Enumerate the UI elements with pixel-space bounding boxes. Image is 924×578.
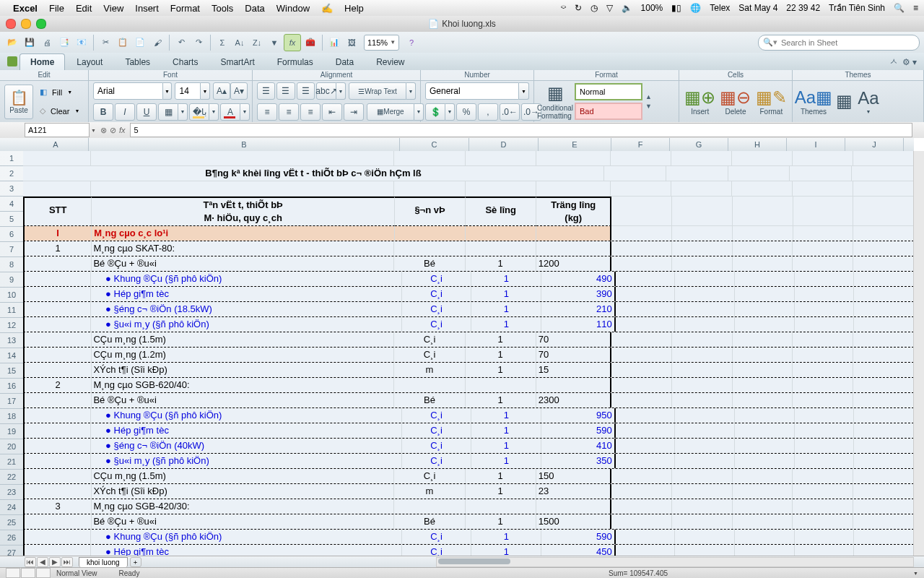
col-header-F[interactable]: F (611, 138, 670, 151)
volume-icon[interactable]: 🔈 (622, 3, 632, 13)
minimize-button[interactable] (21, 19, 31, 29)
comma-button[interactable]: , (478, 103, 498, 121)
theme-fonts-button[interactable]: Aa▼ (858, 89, 879, 115)
tab-review[interactable]: Review (365, 53, 415, 70)
font-name-select[interactable]: Arial (93, 82, 163, 100)
paste-icon[interactable]: 📄 (132, 35, 148, 51)
undo-icon[interactable]: ↶ (173, 35, 189, 51)
close-button[interactable] (6, 19, 16, 29)
input-icon[interactable]: 🌐 (690, 3, 701, 13)
row-header-8[interactable]: 8 (0, 257, 23, 272)
tab-charts[interactable]: Charts (162, 53, 209, 70)
wrap-text-button[interactable]: ☰ Wrap Text (349, 82, 406, 100)
conditional-formatting-button[interactable]: ▦Conditional Formatting (539, 84, 572, 120)
row-header-25[interactable]: 25 (0, 515, 23, 530)
row-header-22[interactable]: 22 (0, 470, 23, 485)
shrink-font-button[interactable]: A▾ (230, 82, 248, 100)
col-header-I[interactable]: I (787, 138, 845, 151)
column-headers[interactable]: ABCDEFGHIJ (23, 138, 914, 152)
menu-tools[interactable]: Tools (212, 3, 233, 14)
grow-font-button[interactable]: A▴ (213, 82, 230, 100)
row-header-15[interactable]: 15 (0, 363, 23, 379)
row-header-5[interactable]: 5 (0, 212, 23, 227)
menu-format[interactable]: Format (170, 3, 200, 14)
menu-edit[interactable]: Edit (76, 3, 92, 14)
help-icon[interactable]: ? (404, 35, 419, 51)
align-right-button[interactable]: ≡ (300, 103, 321, 121)
select-all-corner[interactable] (0, 138, 24, 152)
style-down-icon[interactable]: ▼ (645, 103, 652, 110)
align-bottom-button[interactable]: ☰ (297, 82, 315, 100)
fill-button[interactable]: ◧ Fill ▼ (36, 84, 83, 101)
row-header-16[interactable]: 16 (0, 379, 23, 394)
tab-formulas[interactable]: Formulas (266, 53, 324, 70)
filter-icon[interactable]: ▼ (266, 35, 282, 51)
row-header-3[interactable]: 3 (0, 181, 23, 197)
align-middle-button[interactable]: ☰ (276, 82, 295, 100)
formula-value[interactable]: 5 (130, 123, 913, 137)
row-header-4[interactable]: 4 (0, 197, 23, 212)
input-method[interactable]: Telex (710, 3, 730, 13)
menu-help[interactable]: Help (344, 3, 364, 14)
send-icon[interactable]: 📧 (74, 35, 90, 51)
row-header-2[interactable]: 2 (0, 166, 23, 181)
show-formulas-icon[interactable]: fx (284, 34, 301, 51)
font-size-drop[interactable]: ▼ (201, 82, 210, 100)
italic-button[interactable]: I (115, 103, 135, 121)
col-header-D[interactable]: D (469, 138, 539, 151)
horizontal-scrollbar[interactable] (436, 557, 914, 567)
zoom-selector[interactable]: 115%▼ (364, 35, 399, 51)
themes-button[interactable]: Aa▦Themes (797, 87, 830, 116)
menu-window[interactable]: Window (276, 3, 310, 14)
col-header-C[interactable]: C (400, 138, 469, 151)
row-header-14[interactable]: 14 (0, 348, 23, 363)
row-header-26[interactable]: 26 (0, 530, 23, 545)
tab-smartart[interactable]: SmartArt (209, 53, 265, 70)
wifi-icon[interactable]: ▽ (606, 3, 613, 13)
row-header-10[interactable]: 10 (0, 288, 23, 303)
col-header-B[interactable]: B (89, 138, 400, 151)
percent-button[interactable]: % (456, 103, 476, 121)
align-top-button[interactable]: ☰ (257, 82, 275, 100)
tab-layout[interactable]: Layout (66, 53, 113, 70)
app-menu[interactable]: Excel (13, 3, 38, 14)
copy-icon[interactable]: 📋 (115, 35, 131, 51)
cells-area[interactable]: B¶ng kª khèi l­îng vËt t­ - thiÕt bÞ c¬ … (23, 151, 914, 556)
print-icon[interactable]: 🖨 (39, 35, 55, 51)
home-icon[interactable] (7, 56, 17, 66)
fx-icon[interactable]: fx (119, 126, 126, 134)
spotlight-icon[interactable]: 🔍 (894, 3, 905, 13)
merge-button[interactable]: ▦ Merge (367, 103, 414, 121)
save-as-icon[interactable]: 📑 (56, 35, 72, 51)
number-format-select[interactable]: General (425, 82, 519, 100)
col-header-G[interactable]: G (670, 138, 728, 151)
row-header-6[interactable]: 6 (0, 227, 23, 242)
increase-indent-button[interactable]: ⇥ (344, 103, 364, 121)
battery-icon[interactable]: ▮▯ (671, 3, 681, 13)
col-header-J[interactable]: J (845, 138, 904, 151)
row-header-24[interactable]: 24 (0, 500, 23, 515)
clock-date[interactable]: Sat May 4 (738, 3, 777, 13)
increase-decimal-button[interactable]: .0← (500, 103, 520, 121)
row-header-9[interactable]: 9 (0, 272, 23, 288)
paste-button[interactable]: 📋Paste (4, 85, 33, 119)
font-color-drop[interactable]: ▼ (240, 103, 250, 121)
chart-icon[interactable]: 📊 (326, 35, 342, 51)
cancel-formula-icon[interactable]: ⊗ (100, 126, 107, 135)
row-header-7[interactable]: 7 (0, 242, 23, 257)
theme-colors-button[interactable]: ▦ (833, 92, 855, 112)
vertical-scrollbar[interactable] (913, 151, 924, 556)
autosum-icon[interactable]: Σ (214, 35, 230, 51)
border-drop[interactable]: ▼ (178, 103, 188, 121)
col-header-H[interactable]: H (728, 138, 787, 151)
align-center-button[interactable]: ≡ (279, 103, 299, 121)
user-name[interactable]: Trần Tiên Sinh (829, 3, 885, 13)
col-header-E[interactable]: E (539, 138, 611, 151)
row-header-19[interactable]: 19 (0, 424, 23, 439)
bold-button[interactable]: B (93, 103, 113, 121)
align-left-button[interactable]: ≡ (257, 103, 277, 121)
row-header-17[interactable]: 17 (0, 394, 23, 409)
row-headers[interactable]: 1234567891011121314151617181920212223242… (0, 151, 24, 556)
notification-icon[interactable]: ≡ (913, 3, 918, 13)
row-header-21[interactable]: 21 (0, 454, 23, 470)
